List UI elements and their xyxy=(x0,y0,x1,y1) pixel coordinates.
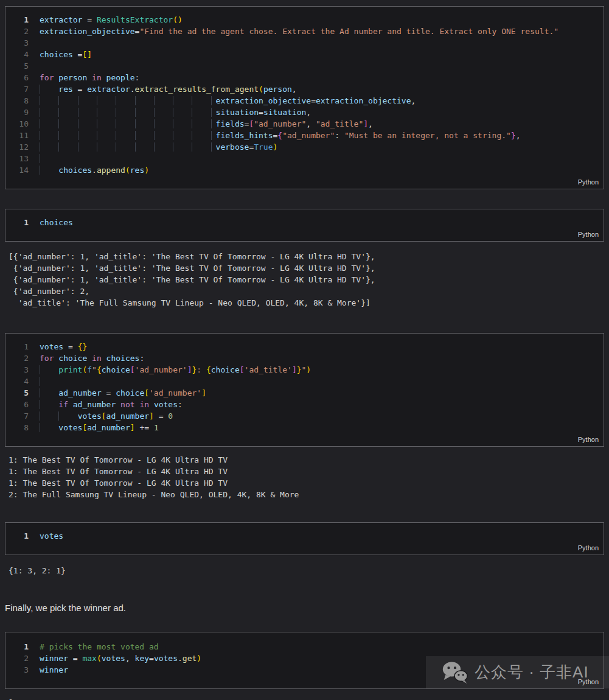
code-text: votes = {} xyxy=(29,341,604,352)
code-text: if ad_number not in votes: xyxy=(29,399,604,410)
line-number: 13 xyxy=(5,153,29,164)
line-number: 2 xyxy=(5,26,29,37)
code-text xyxy=(29,376,604,387)
code-line: 1# picks the most voted ad xyxy=(5,641,604,653)
line-number: 6 xyxy=(5,72,29,83)
line-number: 1 xyxy=(5,14,29,26)
language-badge: Python xyxy=(5,176,604,189)
line-number: 3 xyxy=(5,37,29,49)
code-text xyxy=(29,37,604,49)
code-cell-votes: 1votesPython xyxy=(5,522,604,555)
code-text: situation=situation, xyxy=(29,107,604,118)
line-number: 5 xyxy=(5,387,29,399)
line-number: 14 xyxy=(5,164,29,176)
code-text: extraction_objective="Find the ad the ag… xyxy=(29,26,604,37)
code-line: 1choices xyxy=(5,217,604,228)
code-line: 12 verbose=True) xyxy=(5,141,604,153)
code-cell-extractor: 1extractor = ResultsExtractor()2extracti… xyxy=(5,6,604,189)
code-line: 13 xyxy=(5,153,604,164)
code-text: fields_hints={"ad_number": "Must be an i… xyxy=(29,130,604,141)
line-number: 8 xyxy=(5,422,29,433)
line-number: 4 xyxy=(5,376,29,387)
paragraph-finally: Finally, we pick the winner ad. xyxy=(5,602,609,614)
line-number: 12 xyxy=(5,141,29,153)
line-number: 1 xyxy=(5,641,29,653)
language-badge: Python xyxy=(5,228,604,241)
code-text: votes xyxy=(29,530,604,542)
code-line: 1extractor = ResultsExtractor() xyxy=(5,14,604,26)
code-line: 1votes xyxy=(5,530,604,542)
line-number: 10 xyxy=(5,118,29,130)
code-line: 7 res = extractor.extract_results_from_a… xyxy=(5,83,604,95)
code-text: verbose=True) xyxy=(29,141,604,153)
code-line: 2for choice in choices: xyxy=(5,352,604,364)
code-cell-votes-loop: 1votes = {}2for choice in choices:3 prin… xyxy=(5,333,604,447)
code-text xyxy=(29,60,604,72)
code-line: 2extraction_objective="Find the ad the a… xyxy=(5,26,604,37)
code-text: for choice in choices: xyxy=(29,352,604,364)
code-text: choices xyxy=(29,217,604,228)
code-line: 1votes = {} xyxy=(5,341,604,352)
output-winner: 1 xyxy=(5,696,604,700)
code-text xyxy=(29,153,604,164)
language-badge: Python xyxy=(5,542,604,555)
code-line: 11 fields_hints={"ad_number": "Must be a… xyxy=(5,130,604,141)
code-line: 6for person in people: xyxy=(5,72,604,83)
line-number: 9 xyxy=(5,107,29,118)
code-line: 4choices =[] xyxy=(5,49,604,60)
code-text: fields=["ad_number", "ad_title"], xyxy=(29,118,604,130)
line-number: 2 xyxy=(5,653,29,664)
line-number: 11 xyxy=(5,130,29,141)
code-line: 9 situation=situation, xyxy=(5,107,604,118)
code-text: print(f"{choice['ad_number']}: {choice['… xyxy=(29,364,604,376)
code-text: votes[ad_number] = 0 xyxy=(29,410,604,422)
code-line: 6 if ad_number not in votes: xyxy=(5,399,604,410)
code-text: # picks the most voted ad xyxy=(29,641,604,653)
language-badge: Python xyxy=(5,433,604,446)
code-text: votes[ad_number] += 1 xyxy=(29,422,604,433)
line-number: 8 xyxy=(5,95,29,107)
language-badge: Python xyxy=(5,676,604,688)
code-line: 5 ad_number = choice['ad_number'] xyxy=(5,387,604,399)
code-line: 10 fields=["ad_number", "ad_title"], xyxy=(5,118,604,130)
code-line: 8 extraction_objective=extraction_object… xyxy=(5,95,604,107)
line-number: 7 xyxy=(5,410,29,422)
code-line: 3 print(f"{choice['ad_number']}: {choice… xyxy=(5,364,604,376)
output-votes-dict: {1: 3, 2: 1} xyxy=(5,565,604,576)
output-print-lines: 1: The Best TV Of Tomorrow - LG 4K Ultra… xyxy=(5,454,604,500)
line-number: 6 xyxy=(5,399,29,410)
line-number: 1 xyxy=(5,530,29,542)
line-number: 3 xyxy=(5,364,29,376)
code-line: 14 choices.append(res) xyxy=(5,164,604,176)
output-choices-list: [{'ad_number': 1, 'ad_title': 'The Best … xyxy=(5,251,604,309)
code-line: 3 xyxy=(5,37,604,49)
code-line: 4 xyxy=(5,376,604,387)
line-number: 1 xyxy=(5,341,29,352)
code-text: for person in people: xyxy=(29,72,604,83)
code-text: extraction_objective=extraction_objectiv… xyxy=(29,95,604,107)
code-text: choices.append(res) xyxy=(29,164,604,176)
line-number: 2 xyxy=(5,352,29,364)
line-number: 4 xyxy=(5,49,29,60)
code-text: choices =[] xyxy=(29,49,604,60)
line-number: 7 xyxy=(5,83,29,95)
article-page: { "labels": { "language": "Python" }, "p… xyxy=(0,0,609,700)
code-text: extractor = ResultsExtractor() xyxy=(29,14,604,26)
line-number: 5 xyxy=(5,60,29,72)
code-text: res = extractor.extract_results_from_age… xyxy=(29,83,604,95)
code-line: 7 votes[ad_number] = 0 xyxy=(5,410,604,422)
line-number: 3 xyxy=(5,664,29,676)
line-number: 1 xyxy=(5,217,29,228)
code-text: ad_number = choice['ad_number'] xyxy=(29,387,604,399)
code-line: 8 votes[ad_number] += 1 xyxy=(5,422,604,433)
code-line: 5 xyxy=(5,60,604,72)
code-cell-choices: 1choicesPython xyxy=(5,209,604,242)
